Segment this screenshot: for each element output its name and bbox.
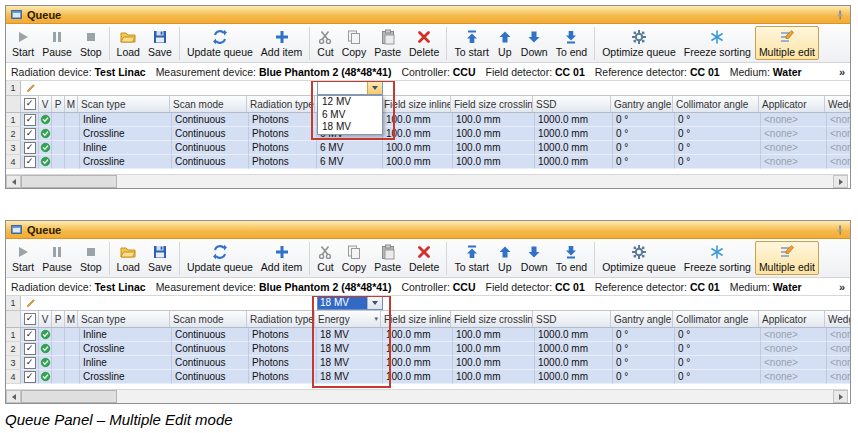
energy-multi-edit-combo[interactable]: 18 MV	[317, 296, 383, 310]
column-header-scan_type[interactable]: Scan type	[78, 311, 170, 327]
dropdown-item[interactable]: 12 MV	[318, 96, 382, 109]
toolbar-button-multiple-edit[interactable]: Multiple edit	[755, 26, 819, 60]
toolbar-button-freeze-sorting[interactable]: Freeze sorting	[680, 26, 755, 60]
select-all-header[interactable]: ✓	[21, 96, 39, 112]
toolbar-button-multiple-edit[interactable]: Multiple edit	[755, 241, 819, 275]
column-header-p[interactable]: P	[52, 96, 65, 112]
dropdown-item[interactable]: 6 MV	[318, 109, 382, 122]
toolbar-button-down[interactable]: Down	[517, 26, 552, 60]
queue-row[interactable]: 1✓InlineContinuousPhotons6 MV100.0 mm100…	[6, 113, 850, 127]
column-header-m[interactable]: M	[65, 311, 78, 327]
overflow-chevron-button[interactable]: »	[839, 66, 845, 78]
scroll-left-button[interactable]	[6, 390, 21, 403]
column-header-collimator_angle[interactable]: Collimator angle	[673, 311, 759, 327]
toolbar-button-add-item[interactable]: Add item	[257, 26, 306, 60]
column-header-field_size_crossline[interactable]: Field size crossline	[451, 311, 533, 327]
cell-gantry_angle: 0 °	[613, 127, 675, 141]
queue-row[interactable]: 3✓InlineContinuousPhotons6 MV100.0 mm100…	[6, 141, 850, 155]
queue-row[interactable]: 3✓InlineContinuousPhotons18 MV100.0 mm10…	[6, 356, 850, 370]
column-header-field_size_inline[interactable]: Field size inline	[381, 311, 451, 327]
column-header-gantry_angle[interactable]: Gantry angle	[611, 96, 673, 112]
scroll-left-button[interactable]	[6, 175, 21, 188]
scrollbar-track[interactable]	[21, 390, 833, 403]
scroll-right-button[interactable]	[833, 390, 848, 403]
toolbar-button-delete[interactable]: Delete	[405, 241, 443, 275]
toolbar-button-save[interactable]: Save	[144, 26, 176, 60]
toolbar-button-optimize-queue[interactable]: Optimize queue	[598, 241, 680, 275]
select-all-header[interactable]: ✓	[21, 311, 39, 327]
queue-row[interactable]: 4✓CrosslineContinuousPhotons6 MV100.0 mm…	[6, 155, 850, 169]
queue-row[interactable]: 2✓CrosslineContinuousPhotons6 MV100.0 mm…	[6, 127, 850, 141]
combo-dropdown-button[interactable]	[367, 82, 382, 94]
column-header-field_size_crossline[interactable]: Field size crossline	[451, 96, 533, 112]
column-header-gantry_angle[interactable]: Gantry angle	[611, 311, 673, 327]
multiple-edit-row[interactable]: 1	[6, 81, 850, 96]
toolbar-button-to-end[interactable]: To end	[552, 241, 592, 275]
scrollbar-thumb[interactable]	[21, 175, 117, 188]
row-checkbox[interactable]: ✓	[24, 343, 36, 355]
combo-field[interactable]	[317, 81, 383, 95]
row-checkbox[interactable]: ✓	[24, 114, 36, 126]
column-header-scan_mode[interactable]: Scan mode	[170, 311, 247, 327]
row-checkbox[interactable]: ✓	[24, 371, 36, 383]
toolbar-button-to-start[interactable]: To start	[450, 26, 492, 60]
queue-row[interactable]: 1✓InlineContinuousPhotons18 MV100.0 mm10…	[6, 328, 850, 342]
row-checkbox[interactable]: ✓	[24, 313, 36, 325]
energy-header-dropdown-arrow[interactable]: ▾	[374, 315, 380, 323]
row-checkbox[interactable]: ✓	[24, 142, 36, 154]
toolbar-button-update-queue[interactable]: Update queue	[183, 241, 257, 275]
pin-icon[interactable]	[834, 9, 846, 21]
toolbar-button-delete[interactable]: Delete	[405, 26, 443, 60]
dropdown-item[interactable]: 18 MV	[318, 121, 382, 134]
scroll-right-button[interactable]	[833, 175, 848, 188]
column-header-collimator_angle[interactable]: Collimator angle	[673, 96, 759, 112]
pin-icon[interactable]	[834, 224, 846, 236]
toolbar-button-up[interactable]: Up	[493, 26, 517, 60]
column-header-wedge_type[interactable]: Wedge type	[825, 311, 850, 327]
row-checkbox[interactable]: ✓	[24, 98, 36, 110]
column-header-applicator[interactable]: Applicator	[759, 96, 825, 112]
column-header-v[interactable]: V	[39, 96, 52, 112]
row-checkbox[interactable]: ✓	[24, 357, 36, 369]
toolbar-button-optimize-queue[interactable]: Optimize queue	[598, 26, 680, 60]
toolbar-button-load[interactable]: Load	[113, 26, 144, 60]
energy-multi-edit-combo[interactable]: 12 MV6 MV18 MV	[317, 81, 383, 135]
overflow-chevron-button[interactable]: »	[839, 281, 845, 293]
column-header-m[interactable]: M	[65, 96, 78, 112]
column-header-radiation_type[interactable]: Radiation type	[247, 311, 315, 327]
column-header-v[interactable]: V	[39, 311, 52, 327]
row-checkbox[interactable]: ✓	[24, 329, 36, 341]
toolbar-button-update-queue[interactable]: Update queue	[183, 26, 257, 60]
toolbar-button-load[interactable]: Load	[113, 241, 144, 275]
panel-titlebar[interactable]: Queue	[6, 6, 850, 24]
column-header-ssd[interactable]: SSD	[533, 311, 611, 327]
combo-dropdown-button[interactable]	[367, 297, 382, 309]
row-checkbox[interactable]: ✓	[24, 156, 36, 168]
queue-row[interactable]: 4✓CrosslineContinuousPhotons18 MV100.0 m…	[6, 370, 850, 384]
column-header-scan_type[interactable]: Scan type	[78, 96, 170, 112]
column-header-radiation_type[interactable]: Radiation type	[247, 96, 315, 112]
queue-row[interactable]: 2✓CrosslineContinuousPhotons18 MV100.0 m…	[6, 342, 850, 356]
column-header-p[interactable]: P	[52, 311, 65, 327]
horizontal-scrollbar[interactable]	[6, 174, 848, 188]
column-header-ssd[interactable]: SSD	[533, 96, 611, 112]
toolbar-button-freeze-sorting[interactable]: Freeze sorting	[680, 241, 755, 275]
toolbar-button-to-start[interactable]: To start	[450, 241, 492, 275]
toolbar-button-to-end[interactable]: To end	[552, 26, 592, 60]
toolbar-button-up[interactable]: Up	[493, 241, 517, 275]
m-cell	[65, 356, 80, 370]
column-header-field_size_inline[interactable]: Field size inline	[381, 96, 451, 112]
column-header-applicator[interactable]: Applicator	[759, 311, 825, 327]
toolbar-button-down[interactable]: Down	[517, 241, 552, 275]
column-header-scan_mode[interactable]: Scan mode	[170, 96, 247, 112]
row-checkbox[interactable]: ✓	[24, 128, 36, 140]
scrollbar-thumb[interactable]	[21, 390, 117, 403]
column-header-energy[interactable]: Energy▾	[315, 311, 381, 327]
toolbar-button-save[interactable]: Save	[144, 241, 176, 275]
toolbar-button-add-item[interactable]: Add item	[257, 241, 306, 275]
panel-titlebar[interactable]: Queue	[6, 221, 850, 239]
horizontal-scrollbar[interactable]	[6, 389, 848, 403]
scrollbar-track[interactable]	[21, 175, 833, 188]
multiple-edit-row[interactable]: 1	[6, 296, 850, 311]
column-header-wedge_type[interactable]: Wedge type	[825, 96, 850, 112]
